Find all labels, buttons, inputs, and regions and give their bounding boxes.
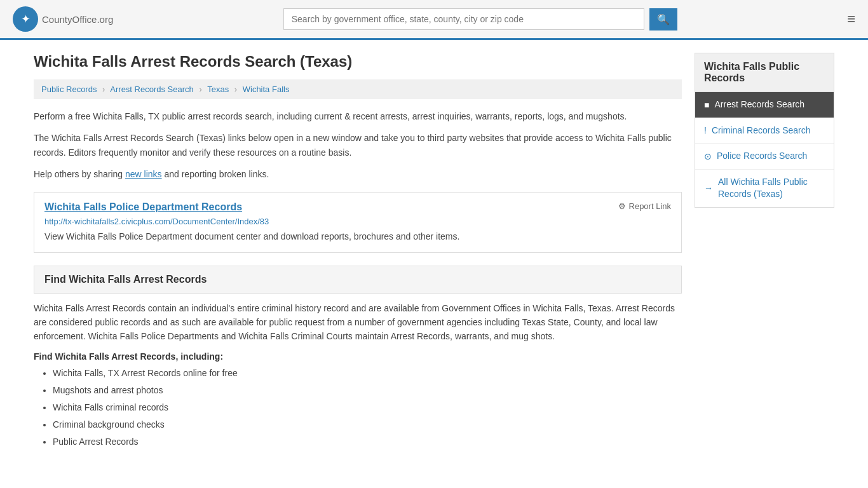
- search-area: 🔍: [283, 8, 677, 30]
- logo-icon: ✦: [13, 6, 38, 32]
- resource-description: View Wichita Falls Police Department doc…: [44, 230, 671, 243]
- breadcrumb-link-wichita-falls[interactable]: Wichita Falls: [243, 85, 290, 94]
- main-content: Wichita Falls Arrest Records Search (Tex…: [34, 53, 682, 452]
- list-item-5: Public Arrest Records: [53, 435, 682, 449]
- description-para1: Perform a free Wichita Falls, TX public …: [34, 109, 682, 123]
- hamburger-icon: ≡: [847, 11, 855, 27]
- search-button[interactable]: 🔍: [649, 8, 677, 30]
- sidebar-icon-arrest: ■: [704, 100, 709, 110]
- list-item-3: Wichita Falls criminal records: [53, 401, 682, 414]
- list-item-2: Mugshots and arrest photos: [53, 384, 682, 397]
- sidebar-item-police-records[interactable]: ⊙ Police Records Search: [695, 144, 834, 170]
- sidebar-title: Wichita Falls Public Records: [695, 53, 834, 92]
- list-item-4: Criminal background checks: [53, 418, 682, 431]
- sidebar-item-criminal-records[interactable]: ! Criminal Records Search: [695, 118, 834, 144]
- resource-title: Wichita Falls Police Department Records: [44, 201, 242, 213]
- breadcrumb-sep-2: ›: [199, 85, 201, 94]
- resource-card-header: Wichita Falls Police Department Records …: [44, 201, 671, 213]
- sidebar-label-arrest: Arrest Records Search: [714, 98, 804, 111]
- find-section-subtitle: Find Wichita Falls Arrest Records, inclu…: [34, 351, 682, 362]
- page-title: Wichita Falls Arrest Records Search (Tex…: [34, 53, 682, 71]
- description-para3-suffix: and reporting broken links.: [162, 169, 269, 179]
- new-links-link[interactable]: new links: [125, 169, 162, 179]
- search-input[interactable]: [283, 8, 644, 30]
- description-para2: The Wichita Falls Arrest Records Search …: [34, 131, 682, 159]
- breadcrumb-link-texas[interactable]: Texas: [207, 85, 229, 94]
- report-link-button[interactable]: ⚙ Report Link: [618, 201, 671, 211]
- find-section-heading: Find Wichita Falls Arrest Records: [34, 266, 682, 294]
- description-para3-prefix: Help others by sharing: [34, 169, 125, 179]
- resource-url[interactable]: http://tx-wichitafalls2.civicplus.com/Do…: [44, 217, 671, 226]
- resource-card: Wichita Falls Police Department Records …: [34, 192, 682, 253]
- sidebar-icon-police: ⊙: [704, 151, 712, 161]
- list-item-1: Wichita Falls, TX Arrest Records online …: [53, 367, 682, 380]
- sidebar-item-all-public-records[interactable]: → All Wichita Falls Public Records (Texa…: [695, 170, 834, 207]
- resource-title-link[interactable]: Wichita Falls Police Department Records: [44, 201, 242, 212]
- sidebar-item-arrest-records[interactable]: ■ Arrest Records Search: [695, 92, 834, 118]
- breadcrumb-link-public-records[interactable]: Public Records: [41, 85, 97, 94]
- menu-button[interactable]: ≡: [847, 11, 855, 27]
- sidebar-icon-all: →: [704, 183, 713, 193]
- sidebar-icon-criminal: !: [704, 125, 707, 135]
- search-icon: 🔍: [657, 14, 670, 25]
- find-section-title: Find Wichita Falls Arrest Records: [44, 274, 671, 285]
- find-records-list: Wichita Falls, TX Arrest Records online …: [53, 367, 682, 449]
- logo-area: ✦ CountyOffice.org: [13, 6, 113, 32]
- breadcrumb-sep-1: ›: [102, 85, 105, 94]
- breadcrumb-link-arrest-records[interactable]: Arrest Records Search: [110, 85, 194, 94]
- sidebar: Wichita Falls Public Records ■ Arrest Re…: [695, 53, 834, 452]
- sidebar-label-all: All Wichita Falls Public Records (Texas): [718, 176, 825, 201]
- breadcrumb: Public Records › Arrest Records Search ›…: [34, 79, 682, 99]
- report-icon: ⚙: [618, 201, 626, 211]
- sidebar-nav: ■ Arrest Records Search ! Criminal Recor…: [695, 92, 834, 208]
- report-link-label: Report Link: [629, 201, 671, 211]
- find-section-para: Wichita Falls Arrest Records contain an …: [34, 301, 682, 344]
- breadcrumb-sep-3: ›: [234, 85, 237, 94]
- logo-text: CountyOffice.org: [42, 13, 113, 26]
- sidebar-label-criminal: Criminal Records Search: [712, 125, 811, 137]
- description-para3: Help others by sharing new links and rep…: [34, 167, 682, 181]
- sidebar-label-police: Police Records Search: [717, 150, 807, 163]
- site-header: ✦ CountyOffice.org 🔍 ≡: [0, 0, 868, 40]
